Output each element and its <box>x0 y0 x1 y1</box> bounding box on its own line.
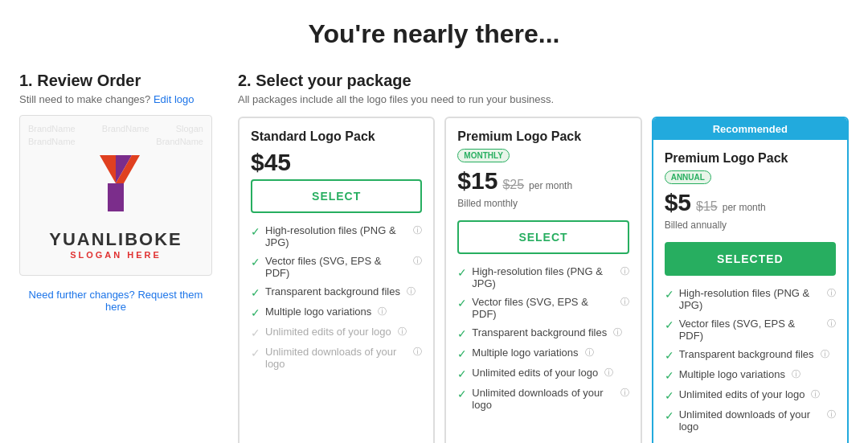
logo-slogan: SLOGAN HERE <box>70 250 162 260</box>
feature-list-premium-annual: ✓ High-resolution files (PNG & JPG) ⓘ ✓ … <box>665 287 836 433</box>
feature-text: Multiple logo variations <box>472 347 578 359</box>
info-icon[interactable]: ⓘ <box>620 265 629 277</box>
logo-brand-name: YUANLIBOKE <box>49 229 182 250</box>
feature-text: High-resolution files (PNG & JPG) <box>679 287 821 311</box>
page-title: You're nearly there... <box>19 19 849 49</box>
svg-marker-2 <box>108 183 124 211</box>
feature-item: ✓ Multiple logo variations ⓘ <box>251 306 422 319</box>
feature-item: ✓ Unlimited downloads of your logo ⓘ <box>251 346 422 370</box>
page-wrapper: You're nearly there... 1. Review Order S… <box>0 0 868 443</box>
feature-list-standard: ✓ High-resolution files (PNG & JPG) ⓘ ✓ … <box>251 224 422 370</box>
check-icon: ✓ <box>251 225 260 238</box>
package-card-premium-annual: Recommended Premium Logo PackANNUAL $5$1… <box>652 117 849 443</box>
feature-item: ✓ Vector files (SVG, EPS & PDF) ⓘ <box>457 296 628 320</box>
info-icon[interactable]: ⓘ <box>620 387 629 399</box>
feature-text: High-resolution files (PNG & JPG) <box>472 265 613 289</box>
package-body-premium-monthly: Premium Logo PackMONTHLY $15$25per month… <box>446 118 640 429</box>
package-card-premium-monthly: Premium Logo PackMONTHLY $15$25per month… <box>444 117 641 443</box>
select-button-standard[interactable]: SELECT <box>251 179 422 213</box>
packages-header: 2. Select your package All packages incl… <box>238 72 849 105</box>
info-icon[interactable]: ⓘ <box>827 408 836 420</box>
check-icon: ✓ <box>665 389 674 402</box>
feature-list-premium-monthly: ✓ High-resolution files (PNG & JPG) ⓘ ✓ … <box>457 265 628 411</box>
right-panel: 2. Select your package All packages incl… <box>238 72 849 443</box>
info-icon[interactable]: ⓘ <box>407 285 416 297</box>
info-icon[interactable]: ⓘ <box>827 318 836 330</box>
check-icon: ✓ <box>251 347 260 359</box>
price-row-premium-monthly: $15$25per month <box>457 167 628 195</box>
feature-item: ✓ Unlimited edits of your logo ⓘ <box>251 326 422 339</box>
feature-item: ✓ Unlimited edits of your logo ⓘ <box>665 388 836 402</box>
feature-text: Vector files (SVG, EPS & PDF) <box>472 296 613 320</box>
info-icon[interactable]: ⓘ <box>413 255 422 267</box>
check-icon: ✓ <box>457 266 467 279</box>
select-button-premium-monthly[interactable]: SELECT <box>457 220 628 254</box>
two-col-layout: 1. Review Order Still need to make chang… <box>19 72 849 443</box>
feature-text: Unlimited downloads of your logo <box>472 387 613 411</box>
step2-heading: 2. Select your package <box>238 72 849 90</box>
check-icon: ✓ <box>457 327 467 340</box>
info-icon[interactable]: ⓘ <box>811 388 820 400</box>
feature-item: ✓ High-resolution files (PNG & JPG) ⓘ <box>457 265 628 289</box>
feature-text: Transparent background files <box>265 285 400 297</box>
info-icon[interactable]: ⓘ <box>398 326 407 338</box>
svg-marker-1 <box>100 155 116 183</box>
packages-grid: Standard Logo Pack $45SELECT ✓ High-reso… <box>238 117 849 443</box>
info-icon[interactable]: ⓘ <box>792 368 800 380</box>
price-main-standard: $45 <box>251 149 291 176</box>
feature-text: Unlimited downloads of your logo <box>265 346 407 370</box>
info-icon[interactable]: ⓘ <box>413 224 422 236</box>
feature-item: ✓ Transparent background files ⓘ <box>665 348 836 362</box>
feature-item: ✓ Unlimited downloads of your logo ⓘ <box>457 387 628 411</box>
info-icon[interactable]: ⓘ <box>604 367 613 379</box>
badge-monthly: MONTHLY <box>457 149 510 162</box>
info-icon[interactable]: ⓘ <box>827 287 836 299</box>
feature-item: ✓ Transparent background files ⓘ <box>457 326 628 340</box>
check-icon: ✓ <box>665 288 674 301</box>
feature-item: ✓ High-resolution files (PNG & JPG) ⓘ <box>665 287 836 311</box>
logo-graphic <box>80 147 152 219</box>
feature-item: ✓ Multiple logo variations ⓘ <box>457 347 628 360</box>
feature-text: High-resolution files (PNG & JPG) <box>265 224 407 248</box>
price-main-premium-monthly: $15 <box>457 167 497 195</box>
info-icon[interactable]: ⓘ <box>620 296 629 308</box>
still-need-text: Still need to make changes? Edit logo <box>19 93 212 105</box>
check-icon: ✓ <box>665 409 674 422</box>
price-original-premium-annual: $15 <box>696 199 718 214</box>
package-card-standard: Standard Logo Pack $45SELECT ✓ High-reso… <box>238 117 435 443</box>
info-icon[interactable]: ⓘ <box>378 306 387 318</box>
price-row-premium-annual: $5$15per month <box>665 189 836 216</box>
further-changes-text: Need further changes? Request them here <box>19 289 212 313</box>
check-icon: ✓ <box>251 286 260 299</box>
info-icon[interactable]: ⓘ <box>821 348 829 360</box>
info-icon[interactable]: ⓘ <box>413 346 422 358</box>
price-per-month-premium-annual: per month <box>723 202 766 213</box>
feature-text: Unlimited edits of your logo <box>472 367 598 379</box>
feature-text: Unlimited edits of your logo <box>265 326 391 338</box>
check-icon: ✓ <box>251 326 260 339</box>
feature-item: ✓ High-resolution files (PNG & JPG) ⓘ <box>251 224 422 248</box>
package-name-standard: Standard Logo Pack <box>251 129 422 144</box>
logo-preview-box: BrandName BrandName Slogan BrandName Bra… <box>19 115 212 276</box>
left-panel: 1. Review Order Still need to make chang… <box>19 72 212 313</box>
feature-item: ✓ Transparent background files ⓘ <box>251 285 422 299</box>
info-icon[interactable]: ⓘ <box>613 326 622 338</box>
check-icon: ✓ <box>457 347 467 360</box>
billing-note-premium-monthly: Billed monthly <box>457 198 628 209</box>
edit-logo-link[interactable]: Edit logo <box>154 93 194 105</box>
feature-item: ✓ Unlimited edits of your logo ⓘ <box>457 367 628 380</box>
check-icon: ✓ <box>457 367 467 380</box>
feature-item: ✓ Vector files (SVG, EPS & PDF) ⓘ <box>665 318 836 342</box>
logo-bg-labels: BrandName BrandName Slogan BrandName Bra… <box>28 124 203 146</box>
info-icon[interactable]: ⓘ <box>585 347 594 359</box>
check-icon: ✓ <box>457 388 467 400</box>
check-icon: ✓ <box>251 306 260 319</box>
feature-text: Unlimited edits of your logo <box>679 388 805 400</box>
feature-text: Vector files (SVG, EPS & PDF) <box>265 255 407 279</box>
check-icon: ✓ <box>665 318 674 331</box>
package-body-standard: Standard Logo Pack $45SELECT ✓ High-reso… <box>240 118 433 388</box>
feature-text: Multiple logo variations <box>265 306 371 318</box>
price-per-month-premium-monthly: per month <box>529 180 572 191</box>
feature-text: Transparent background files <box>472 326 607 338</box>
select-button-premium-annual[interactable]: SELECTED <box>665 242 836 276</box>
